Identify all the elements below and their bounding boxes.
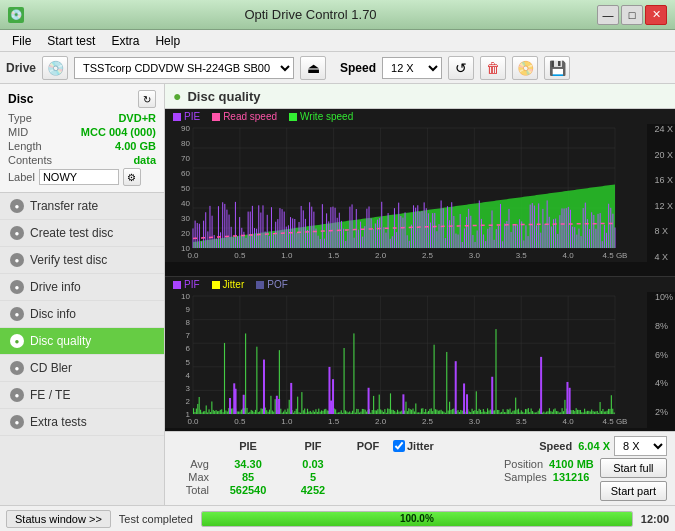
- col-pof: POF: [343, 440, 393, 452]
- jitter-checkbox[interactable]: [393, 440, 405, 452]
- disc-label-input[interactable]: [39, 169, 119, 185]
- y-right-8pct: 8%: [655, 321, 673, 331]
- window-controls: — □ ✕: [597, 5, 667, 25]
- progress-fill: 100.0%: [202, 512, 632, 526]
- status-time: 12:00: [641, 513, 669, 525]
- minimize-button[interactable]: —: [597, 5, 619, 25]
- y-right-8: 8 X: [654, 226, 673, 236]
- y-right-10pct: 10%: [655, 292, 673, 302]
- col-jitter: Jitter: [393, 440, 434, 452]
- nav-icon-extra-tests: ●: [10, 415, 24, 429]
- eject-button[interactable]: ⏏: [300, 56, 326, 80]
- disc-panel-title: Disc: [8, 92, 33, 106]
- app-icon: 💿: [8, 7, 24, 23]
- nav-label-create-test-disc: Create test disc: [30, 226, 113, 240]
- status-text: Test completed: [119, 513, 193, 525]
- disc-type-row: Type DVD+R: [8, 112, 156, 124]
- content-area: ● Disc quality PIE Read speed: [165, 84, 675, 505]
- nav-icon-transfer-rate: ●: [10, 199, 24, 213]
- max-label: Max: [173, 471, 213, 483]
- samples-label: Samples: [504, 471, 547, 483]
- top-chart-canvas: [165, 124, 647, 262]
- nav-item-drive-info[interactable]: ●Drive info: [0, 274, 164, 301]
- legend-pie: PIE: [184, 111, 200, 122]
- refresh-button[interactable]: ↺: [448, 56, 474, 80]
- nav-item-fe-te[interactable]: ●FE / TE: [0, 382, 164, 409]
- y-right-4: 4 X: [654, 252, 673, 262]
- top-chart-y-right: 24 X 20 X 16 X 12 X 8 X 4 X: [654, 124, 673, 262]
- legend-pif: PIF: [184, 279, 200, 290]
- menu-file[interactable]: File: [4, 32, 39, 50]
- start-part-button[interactable]: Start part: [600, 481, 667, 501]
- nav-item-extra-tests[interactable]: ●Extra tests: [0, 409, 164, 436]
- stats-data: Avg 34.30 0.03 Max 85 5 Total 562540: [173, 458, 667, 501]
- y-right-16: 16 X: [654, 175, 673, 185]
- disc-label-edit-btn[interactable]: ⚙: [123, 168, 141, 186]
- menu-extra[interactable]: Extra: [103, 32, 147, 50]
- disc-contents-key: Contents: [8, 154, 52, 166]
- nav-item-create-test-disc[interactable]: ●Create test disc: [0, 220, 164, 247]
- disc-mid-key: MID: [8, 126, 28, 138]
- top-chart-canvas-wrapper: 24 X 20 X 16 X 12 X 8 X 4 X: [165, 124, 675, 276]
- nav-item-disc-info[interactable]: ●Disc info: [0, 301, 164, 328]
- speed-col-label: Speed: [539, 440, 572, 452]
- nav-item-disc-quality[interactable]: ●Disc quality: [0, 328, 164, 355]
- nav-items: ●Transfer rate●Create test disc●Verify t…: [0, 193, 164, 436]
- total-pie: 562540: [213, 484, 283, 496]
- y-right-12: 12 X: [654, 201, 673, 211]
- close-button[interactable]: ✕: [645, 5, 667, 25]
- disc-length-key: Length: [8, 140, 42, 152]
- status-window-button[interactable]: Status window >>: [6, 510, 111, 528]
- nav-label-verify-test-disc: Verify test disc: [30, 253, 107, 267]
- disc-type-val: DVD+R: [118, 112, 156, 124]
- charts-container: PIE Read speed Write speed 24 X: [165, 109, 675, 431]
- nav-item-cd-bler[interactable]: ●CD Bler: [0, 355, 164, 382]
- nav-item-verify-test-disc[interactable]: ●Verify test disc: [0, 247, 164, 274]
- disc-refresh-btn[interactable]: ↻: [138, 90, 156, 108]
- y-right-4pct: 4%: [655, 378, 673, 388]
- disc-quality-icon: ●: [173, 88, 181, 104]
- stats-max-row: Max 85 5: [173, 471, 393, 483]
- menu-help[interactable]: Help: [147, 32, 188, 50]
- max-pif: 5: [283, 471, 343, 483]
- nav-label-fe-te: FE / TE: [30, 388, 70, 402]
- samples-val: 131216: [553, 471, 590, 483]
- max-pie: 85: [213, 471, 283, 483]
- menu-start-test[interactable]: Start test: [39, 32, 103, 50]
- stats-speed-combo[interactable]: 8 X4 X12 X: [614, 436, 667, 456]
- nav-icon-cd-bler: ●: [10, 361, 24, 375]
- nav-item-transfer-rate[interactable]: ●Transfer rate: [0, 193, 164, 220]
- nav-icon-create-test-disc: ●: [10, 226, 24, 240]
- avg-label: Avg: [173, 458, 213, 470]
- samples-row: Samples 131216: [504, 471, 594, 483]
- speed-select[interactable]: 12 X: [382, 57, 442, 79]
- nav-label-extra-tests: Extra tests: [30, 415, 87, 429]
- start-full-button[interactable]: Start full: [600, 458, 667, 478]
- start-buttons: Start full Start part: [600, 458, 667, 501]
- disc-type-key: Type: [8, 112, 32, 124]
- nav-label-drive-info: Drive info: [30, 280, 81, 294]
- title-bar: 💿 Opti Drive Control 1.70 — □ ✕: [0, 0, 675, 30]
- nav-icon-drive-info: ●: [10, 280, 24, 294]
- disc-label-key: Label: [8, 171, 35, 183]
- nav-icon-verify-test-disc: ●: [10, 253, 24, 267]
- maximize-button[interactable]: □: [621, 5, 643, 25]
- y-right-20: 20 X: [654, 150, 673, 160]
- nav-icon-disc-quality: ●: [10, 334, 24, 348]
- bottom-chart-legend: PIF Jitter POF: [165, 277, 675, 292]
- menu-bar: File Start test Extra Help: [0, 30, 675, 52]
- y-right-24: 24 X: [654, 124, 673, 134]
- y-right-6pct: 6%: [655, 350, 673, 360]
- bottom-chart-canvas-wrapper: 10% 8% 6% 4% 2%: [165, 292, 675, 431]
- save-button[interactable]: 💾: [544, 56, 570, 80]
- bottom-chart-area: PIF Jitter POF 10% 8%: [165, 276, 675, 431]
- disc-contents-row: Contents data: [8, 154, 156, 166]
- col-pif: PIF: [283, 440, 343, 452]
- speed-label: Speed: [340, 61, 376, 75]
- stats-avg-row: Avg 34.30 0.03: [173, 458, 393, 470]
- burn-button[interactable]: 📀: [512, 56, 538, 80]
- drive-select[interactable]: TSSTcorp CDDVDW SH-224GB SB00: [74, 57, 294, 79]
- erase-button[interactable]: 🗑: [480, 56, 506, 80]
- position-row: Position 4100 MB: [504, 458, 594, 470]
- disc-mid-val: MCC 004 (000): [81, 126, 156, 138]
